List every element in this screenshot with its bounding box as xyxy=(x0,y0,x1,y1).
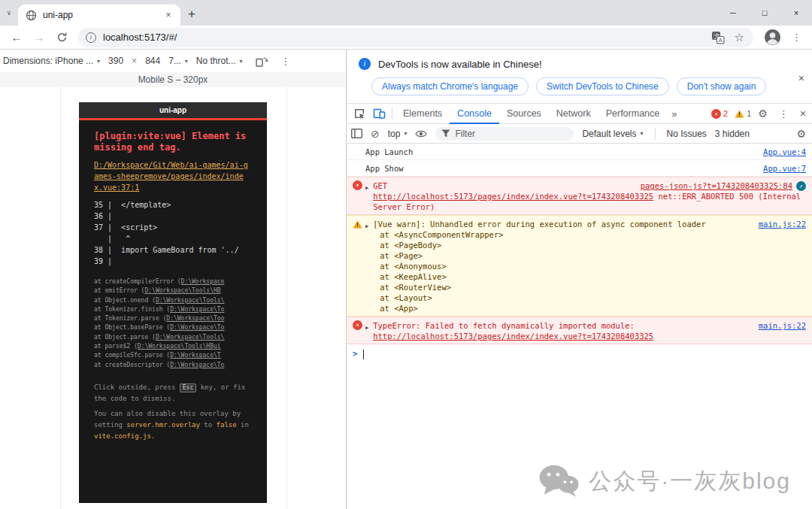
console-log-row[interactable]: App Launch App.vue:4 xyxy=(347,144,812,160)
more-tabs-icon[interactable]: » xyxy=(667,104,681,124)
vite-error-overlay[interactable]: [plugin:vite:vue] Element is missing end… xyxy=(79,120,267,442)
source-link[interactable]: main.js:22 xyxy=(759,320,806,331)
log-message: App Show xyxy=(365,164,404,173)
chevron-down-icon: ▾ xyxy=(240,58,243,65)
source-link[interactable]: main.js:22 xyxy=(759,219,806,229)
device-width-input[interactable]: 390 xyxy=(108,56,123,66)
tab-network[interactable]: Network xyxy=(549,104,598,124)
inspect-element-icon[interactable] xyxy=(350,104,369,123)
device-type-select[interactable]: Dimensions: iPhone ... ▾ xyxy=(3,56,100,66)
infobar-close-icon[interactable]: × xyxy=(798,72,804,84)
console-warning-row[interactable]: ▶ [Vue warn]: Unhandled error during exe… xyxy=(347,215,812,317)
warning-icon xyxy=(735,110,744,118)
console-typeerror-row[interactable]: × ▶ TypeError: Failed to fetch dynamical… xyxy=(347,317,812,344)
source-link[interactable]: App.vue:7 xyxy=(763,163,806,174)
console-log-row[interactable]: App Show App.vue:7 xyxy=(347,160,812,177)
url-text[interactable]: localhost:5173/#/ xyxy=(103,32,704,43)
failed-module-url-link[interactable]: http://localhost:5173/pages/index/index.… xyxy=(373,332,653,341)
zoom-select[interactable]: 7... ▾ xyxy=(168,56,188,66)
throttling-value: No throt... xyxy=(196,56,236,66)
ruler-guide-right xyxy=(286,87,287,509)
tab-console[interactable]: Console xyxy=(450,104,499,124)
window-controls: ─ □ × xyxy=(717,0,812,26)
log-levels-select[interactable]: Default levels ▾ xyxy=(582,129,643,139)
tab-sources[interactable]: Sources xyxy=(499,104,549,124)
warning-count-badge[interactable]: 1 xyxy=(735,109,751,118)
console-sidebar-icon[interactable] xyxy=(351,129,362,138)
chevron-down-icon: ▾ xyxy=(404,130,407,137)
source-link[interactable]: App.vue:4 xyxy=(763,147,806,157)
devtools-close-icon[interactable]: × xyxy=(800,108,806,120)
device-toolbar-toggle-icon[interactable] xyxy=(369,104,389,123)
window-close-button[interactable]: × xyxy=(780,0,812,26)
omnibox[interactable]: i localhost:5173/#/ 文A ☆ xyxy=(78,28,753,47)
match-language-button[interactable]: Always match Chrome's language xyxy=(371,77,529,95)
chevron-down-icon: ▾ xyxy=(640,130,643,137)
tab-performance[interactable]: Performance xyxy=(598,104,668,124)
settings-gear-icon[interactable]: ⚙ xyxy=(758,108,768,120)
tab-elements[interactable]: Elements xyxy=(395,104,450,124)
browser-tab[interactable]: uni-app × xyxy=(18,5,180,26)
filter-input[interactable] xyxy=(455,129,553,139)
reload-icon[interactable] xyxy=(51,27,72,48)
log-message: App Launch xyxy=(365,147,413,156)
watermark: 公众号·一灰灰blog xyxy=(538,464,791,498)
console-settings-gear-icon[interactable]: ⚙ xyxy=(796,128,806,140)
expand-arrow-icon[interactable]: ▶ xyxy=(365,323,368,333)
failed-request-url-link[interactable]: http://localhost:5173/pages/index/index.… xyxy=(373,192,653,201)
devtools-more-icon[interactable]: ⋮ xyxy=(774,108,793,120)
site-info-icon[interactable]: i xyxy=(86,32,96,43)
profile-avatar[interactable] xyxy=(764,29,781,46)
overlay-error-message: [plugin:vite:vue] Element is missing end… xyxy=(94,131,252,153)
overlay-code-frame: 35 | </template> 36 | 37 | <script> | ^ … xyxy=(94,199,252,267)
media-query-bar[interactable]: Mobile S – 320px xyxy=(0,72,346,87)
chevron-down-icon: ▾ xyxy=(97,58,100,65)
filter-box[interactable] xyxy=(435,127,574,141)
esc-key: Esc xyxy=(180,383,196,392)
maximize-button[interactable]: □ xyxy=(749,0,780,26)
divider xyxy=(392,108,392,120)
translate-icon[interactable]: 文A xyxy=(711,31,725,44)
prompt-chevron-icon: > xyxy=(353,349,358,359)
forward-icon[interactable]: → xyxy=(29,27,50,48)
minimize-button[interactable]: ─ xyxy=(717,0,749,26)
component-stack-line: at <KeepAlive> xyxy=(373,271,806,282)
browser-menu-icon[interactable]: ⋮ xyxy=(787,32,806,43)
code-line: 38 | import GameBoard from '../ xyxy=(94,244,252,256)
tab-title: uni-app xyxy=(43,10,156,20)
back-icon[interactable]: ← xyxy=(6,27,27,48)
overlay-disable-tip: You can also disable this overlay by set… xyxy=(94,408,252,442)
switch-to-chinese-button[interactable]: Switch DevTools to Chinese xyxy=(536,77,669,95)
hidden-messages-count[interactable]: 3 hidden xyxy=(715,129,750,139)
dont-show-again-button[interactable]: Don't show again xyxy=(677,77,767,95)
clear-console-icon[interactable]: ⊘ xyxy=(371,128,380,140)
tab-strip: ∨ uni-app × + ─ □ × xyxy=(0,0,812,26)
initiator-source-link[interactable]: pages-json-js?t=1743208403325:84 xyxy=(641,180,792,191)
warning-count: 1 xyxy=(747,109,751,118)
expand-arrow-icon[interactable]: ▶ xyxy=(365,221,368,232)
new-tab-button[interactable]: + xyxy=(180,5,203,26)
stack-line: at emitError (D:\Workspace\Tools\HB xyxy=(94,286,252,295)
live-expression-eye-icon[interactable] xyxy=(415,129,427,138)
warning-message: [Vue warn]: Unhandled error during execu… xyxy=(373,219,806,229)
tab-close-icon[interactable]: × xyxy=(162,9,174,21)
console-prompt[interactable]: > xyxy=(347,344,812,364)
zoom-value: 7... xyxy=(168,56,181,66)
throttling-select[interactable]: No throt... ▾ xyxy=(196,56,243,66)
svg-text:A: A xyxy=(718,37,723,44)
open-in-network-icon[interactable]: ↗ xyxy=(796,181,806,191)
javascript-context-select[interactable]: top ▾ xyxy=(388,129,408,139)
rotate-device-icon[interactable] xyxy=(256,56,268,67)
issues-counter[interactable]: No Issues xyxy=(667,129,707,139)
expand-arrow-icon[interactable]: ▶ xyxy=(365,183,368,193)
device-height-input[interactable]: 844 xyxy=(145,56,160,66)
warning-icon xyxy=(353,220,362,231)
bookmark-star-icon[interactable]: ☆ xyxy=(732,31,747,44)
console-network-error-row[interactable]: × ▶ GET http://localhost:5173/pages/inde… xyxy=(347,177,812,215)
device-toolbar-more-icon[interactable]: ⋮ xyxy=(277,56,295,67)
stack-line: at compileSfc.parse (D:\Workspace\T xyxy=(94,351,252,360)
tab-search-chevron-icon[interactable]: ∨ xyxy=(0,0,18,26)
component-stack-line: at <Page> xyxy=(373,250,806,261)
overlay-file-link[interactable]: D:/Workspace/Git/Web/ai-games/ai-games-s… xyxy=(94,159,252,193)
error-count-badge[interactable]: × 2 xyxy=(711,109,728,119)
